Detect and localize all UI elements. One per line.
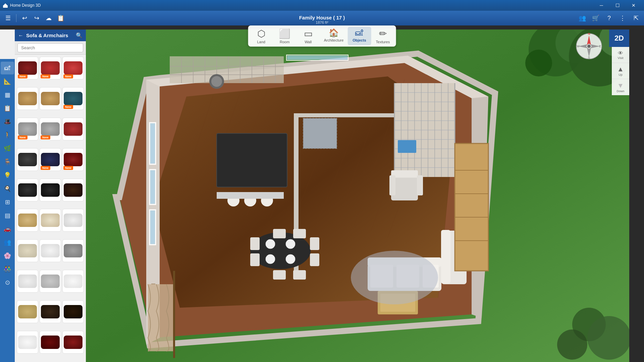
nav-layers[interactable]: 📋 xyxy=(1,102,14,115)
search-input[interactable] xyxy=(17,43,83,52)
nav-kitchen[interactable]: 🍳 xyxy=(1,182,14,195)
svg-rect-98 xyxy=(389,175,395,195)
floor-plan-svg xyxy=(86,29,629,362)
list-item[interactable] xyxy=(40,209,61,232)
undo-button[interactable]: ↩ xyxy=(19,13,30,23)
svg-rect-83 xyxy=(441,230,450,284)
list-item[interactable] xyxy=(17,87,38,110)
nav-tools[interactable]: 📐 xyxy=(1,75,14,88)
2d-view-button[interactable]: 2D xyxy=(609,29,629,47)
toolbar: ☰ ↩ ↪ ☁ 📋 Family House ( 17 ) 1876 ft² 👥… xyxy=(0,11,644,25)
list-item[interactable] xyxy=(17,148,38,171)
tab-row: ⬡ Land ⬜ Room ▭ Wall 🏠 Architecture 🛋 Ob… xyxy=(248,25,396,47)
list-item[interactable]: New xyxy=(40,118,61,140)
help-button[interactable]: ? xyxy=(604,13,614,23)
nav-misc[interactable]: ⊙ xyxy=(1,276,14,289)
svg-rect-56 xyxy=(150,123,155,164)
down-button[interactable]: ▼ Down xyxy=(612,79,629,95)
tab-room[interactable]: ⬜ Room xyxy=(273,27,297,45)
nav-transport[interactable]: 🚗 xyxy=(1,223,14,235)
expand-button[interactable]: ⇱ xyxy=(631,13,641,23)
list-item[interactable] xyxy=(40,270,61,293)
nav-stairs[interactable]: ▤ xyxy=(1,209,14,222)
list-item[interactable] xyxy=(62,300,84,323)
nav-flower[interactable]: 🌸 xyxy=(1,249,14,262)
tab-architecture[interactable]: 🏠 Architecture xyxy=(320,27,348,45)
svg-rect-118 xyxy=(173,271,175,358)
list-item[interactable]: New xyxy=(40,148,61,171)
list-item[interactable] xyxy=(62,209,84,232)
tab-land[interactable]: ⬡ Land xyxy=(250,27,273,45)
list-item[interactable]: New xyxy=(62,87,84,110)
visit-button[interactable]: 👁 Visit xyxy=(612,47,629,63)
up-button[interactable]: ▲ Up xyxy=(612,63,629,79)
list-item[interactable] xyxy=(17,179,38,201)
svg-point-75 xyxy=(266,254,275,264)
svg-point-76 xyxy=(286,254,295,264)
list-item[interactable]: New xyxy=(62,57,84,79)
nav-figure[interactable]: 🚶 xyxy=(1,129,14,141)
compass: N S W E xyxy=(576,33,602,60)
list-item[interactable]: New xyxy=(40,57,61,79)
list-item[interactable] xyxy=(40,300,61,323)
cart-button[interactable]: 🛒 xyxy=(590,13,601,23)
new-badge: New xyxy=(63,74,73,78)
svg-rect-34 xyxy=(217,133,287,187)
new-badge: New xyxy=(41,135,50,139)
nav-hat[interactable]: 🎩 xyxy=(1,115,14,128)
svg-rect-62 xyxy=(287,56,347,60)
list-item[interactable]: New xyxy=(17,118,38,140)
list-item[interactable] xyxy=(62,179,84,201)
floor-background: N S W E 2D 👁 Visit ▲ Up ▼ Down xyxy=(86,29,629,362)
tab-wall[interactable]: ▭ Wall xyxy=(297,27,320,45)
maximize-button[interactable]: ☐ xyxy=(610,0,625,11)
list-item[interactable] xyxy=(40,331,61,354)
svg-rect-67 xyxy=(273,229,286,238)
back-arrow-icon: ← xyxy=(18,33,23,39)
list-item[interactable]: New xyxy=(62,148,84,171)
svg-rect-66 xyxy=(250,253,260,266)
redo-button[interactable]: ↪ xyxy=(31,13,42,23)
svg-text:E: E xyxy=(599,45,601,48)
close-button[interactable]: ✕ xyxy=(626,0,641,11)
list-item[interactable] xyxy=(17,300,38,323)
nav-group[interactable]: 👫 xyxy=(1,263,14,276)
more-button[interactable]: ⋮ xyxy=(617,13,628,23)
search-icon[interactable]: 🔍 xyxy=(76,32,83,39)
users-button[interactable]: 👥 xyxy=(577,13,588,23)
tab-objects[interactable]: 🛋 Objects xyxy=(347,27,371,45)
list-item[interactable] xyxy=(40,87,61,110)
import-button[interactable]: 📋 xyxy=(55,13,66,23)
svg-rect-116 xyxy=(148,284,175,351)
list-item[interactable] xyxy=(17,209,38,232)
nav-grid[interactable]: ▦ xyxy=(1,88,14,101)
svg-point-10 xyxy=(557,329,587,360)
list-item[interactable] xyxy=(62,331,84,354)
nav-fence[interactable]: ⊞ xyxy=(1,196,14,208)
list-item[interactable] xyxy=(17,239,38,262)
cloud-button[interactable]: ☁ xyxy=(43,13,54,23)
tab-objects-label: Objects xyxy=(353,38,366,42)
list-item[interactable] xyxy=(40,179,61,201)
list-item[interactable] xyxy=(62,270,84,293)
list-item[interactable]: New xyxy=(17,57,38,79)
nav-lamp[interactable]: 💡 xyxy=(1,169,14,182)
svg-point-73 xyxy=(266,239,275,249)
list-item[interactable] xyxy=(62,118,84,140)
nav-sofa[interactable]: 🛋 xyxy=(1,62,14,74)
tab-textures[interactable]: ✏ Textures xyxy=(371,27,394,45)
nav-plant[interactable]: 🌿 xyxy=(1,142,14,155)
list-item[interactable] xyxy=(62,239,84,262)
window-title: Family House ( 17 ) xyxy=(299,15,345,20)
list-item[interactable] xyxy=(40,239,61,262)
toolbar-separator xyxy=(16,14,16,22)
list-item[interactable] xyxy=(17,270,38,293)
nav-chair[interactable]: 🪑 xyxy=(1,156,14,168)
list-item[interactable] xyxy=(17,331,38,354)
minimize-button[interactable]: ─ xyxy=(594,0,609,11)
nav-people[interactable]: 👥 xyxy=(1,236,14,249)
sidebar-header[interactable]: ← Sofa & Armchairs 🔍 xyxy=(15,29,86,41)
svg-rect-95 xyxy=(217,192,284,199)
svg-text:N: N xyxy=(588,33,590,36)
menu-button[interactable]: ☰ xyxy=(3,13,13,23)
